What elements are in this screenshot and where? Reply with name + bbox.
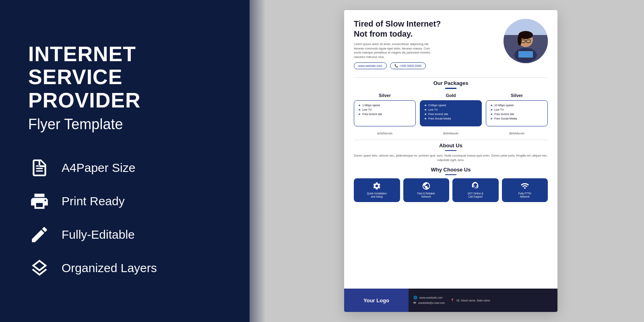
- main-title: INTERNET SERVICE PROVIDER: [28, 43, 221, 112]
- subtitle: Flyer Template: [28, 116, 221, 133]
- location-icon: 📍: [450, 299, 454, 302]
- phone-button: 📞 +000 0000 0000: [390, 62, 426, 69]
- feature-organized-layers-label: Organized Layers: [62, 261, 157, 275]
- footer-logo-text: Your Logo: [363, 297, 389, 303]
- feature-a4paper-label: A4Paper Size: [62, 161, 135, 175]
- left-panel: INTERNET SERVICE PROVIDER Flyer Template…: [0, 0, 250, 322]
- package-silver-2-name: Silver: [511, 93, 523, 98]
- flyer-body: Tired of Slow Internet?Not from today. L…: [344, 10, 557, 289]
- package-silver-2-features: ★10 Mbps speed ★Live TV ★Free torrent si…: [486, 100, 548, 126]
- phone-icon: 📞: [394, 64, 398, 68]
- flyer-headline: Tired of Slow Internet?Not from today. L…: [354, 19, 500, 73]
- website-icon: 🌐: [413, 296, 417, 299]
- why-title: Why Choose Us: [354, 167, 548, 173]
- why-grid: Quick Installationand Setup Fast & Relia…: [354, 178, 548, 202]
- feature-item: ★Free torrent site: [358, 113, 411, 116]
- feature-organized-layers: Organized Layers: [28, 257, 221, 279]
- why-item-installation: Quick Installationand Setup: [354, 178, 400, 202]
- feature-fully-editable-label: Fully-Editable: [62, 228, 135, 242]
- footer-website-text: www.urwebsite.com: [419, 296, 442, 299]
- why-ftth-label: Fully FTTHNetwork: [518, 192, 531, 199]
- flyer-avatar: [504, 19, 548, 63]
- email-icon: ✉: [413, 301, 416, 305]
- headset-icon: [471, 182, 480, 190]
- flyer-body-text: Lorem ipsum dolor sit amet, consectetuer…: [354, 42, 434, 59]
- feature-item: ★Live TV: [358, 108, 411, 111]
- svg-point-5: [518, 34, 522, 45]
- why-item-support: 24/7 Online &Call Support: [452, 178, 499, 202]
- footer-address-text: 00, Street name, State name.: [456, 299, 491, 302]
- packages-section: Our Packages Silver ★1 Mbps speed ★Live …: [354, 80, 548, 136]
- network-icon: [520, 182, 529, 190]
- why-support-label: 24/7 Online &Call Support: [468, 192, 483, 199]
- why-installation-label: Quick Installationand Setup: [367, 192, 387, 199]
- package-silver-1: Silver ★1 Mbps speed ★Live TV ★Free torr…: [354, 93, 416, 136]
- about-text: Donec quam felis, ultrices nec, pellente…: [354, 153, 548, 163]
- package-silver-2-price: $69/Month: [509, 130, 524, 136]
- about-section: About Us Donec quam felis, ultrices nec,…: [354, 142, 548, 163]
- packages-underline: [445, 88, 456, 89]
- feature-item: ★10 Mbps speed: [490, 104, 543, 107]
- why-underline: [445, 174, 456, 175]
- package-gold-price: $49/Month: [443, 130, 458, 136]
- feature-item: ★Live TV: [424, 108, 477, 111]
- footer-contact-col-2: 📍 00, Street name, State name.: [450, 299, 491, 302]
- phone-label: +000 0000 0000: [400, 64, 421, 68]
- website-button: www.website.com: [354, 62, 387, 69]
- right-panel: Tired of Slow Internet?Not from today. L…: [250, 0, 644, 322]
- flyer-footer: Your Logo 🌐 www.urwebsite.com ✉ urwebsit…: [344, 289, 557, 312]
- flyer-main-headline: Tired of Slow Internet?Not from today.: [354, 19, 500, 39]
- divider-1: [354, 77, 548, 78]
- why-item-network: Fast & ReliableNetwork: [403, 178, 450, 202]
- feature-a4paper: A4Paper Size: [28, 157, 221, 179]
- package-gold-name: Gold: [446, 93, 456, 98]
- flyer-header: Tired of Slow Internet?Not from today. L…: [354, 19, 548, 73]
- footer-email-text: urwebsite@e-mail.com: [418, 301, 445, 304]
- divider-2: [354, 140, 548, 140]
- feature-fully-editable: Fully-Editable: [28, 224, 221, 246]
- package-silver-2: Silver ★10 Mbps speed ★Live TV ★Free tor…: [486, 93, 548, 136]
- why-section: Why Choose Us Quick Installationand Setu…: [354, 167, 548, 202]
- svg-rect-7: [518, 51, 533, 58]
- about-underline: [445, 150, 456, 151]
- footer-logo: Your Logo: [344, 289, 409, 312]
- package-gold: Gold ★5 Mbps speed ★Live TV ★Free torren…: [420, 93, 482, 136]
- packages-grid: Silver ★1 Mbps speed ★Live TV ★Free torr…: [354, 93, 548, 136]
- package-silver-1-price: $39/Month: [377, 130, 392, 136]
- package-silver-1-name: Silver: [379, 93, 391, 98]
- package-silver-1-features: ★1 Mbps speed ★Live TV ★Free torrent sit…: [354, 100, 416, 126]
- why-network-label: Fast & ReliableNetwork: [417, 192, 435, 199]
- feature-item: ★1 Mbps speed: [358, 104, 411, 107]
- footer-website: 🌐 www.urwebsite.com: [413, 296, 445, 299]
- footer-contact-col-1: 🌐 www.urwebsite.com ✉ urwebsite@e-mail.c…: [413, 296, 445, 305]
- feature-item: ★Free Social Media: [424, 117, 477, 120]
- feature-item: ★5 Mbps speed: [424, 104, 477, 107]
- globe-icon: [422, 182, 431, 190]
- feature-print-ready-label: Print Ready: [62, 194, 125, 208]
- edit-icon: [28, 224, 50, 246]
- layers-icon: [28, 257, 50, 279]
- feature-print-ready: Print Ready: [28, 190, 221, 213]
- footer-address: 📍 00, Street name, State name.: [450, 299, 491, 302]
- footer-contact: 🌐 www.urwebsite.com ✉ urwebsite@e-mail.c…: [409, 289, 557, 312]
- gear-icon: [372, 182, 381, 190]
- package-gold-features: ★5 Mbps speed ★Live TV ★Free torrent sit…: [420, 100, 482, 126]
- packages-title: Our Packages: [354, 80, 548, 86]
- feature-item: ★Live TV: [490, 108, 543, 111]
- printer-icon: [28, 190, 50, 213]
- why-item-ftth: Fully FTTHNetwork: [502, 178, 548, 202]
- features-list: A4Paper Size Print Ready Fully-Editable: [28, 157, 221, 279]
- contact-buttons: www.website.com 📞 +000 0000 0000: [354, 62, 500, 69]
- feature-item: ★Free Social Media: [490, 117, 543, 120]
- website-label: www.website.com: [358, 64, 382, 68]
- flyer: Tired of Slow Internet?Not from today. L…: [344, 10, 557, 312]
- about-title: About Us: [354, 142, 548, 149]
- feature-item: ★Free torrent site: [424, 113, 477, 116]
- document-icon: [28, 157, 50, 179]
- footer-email: ✉ urwebsite@e-mail.com: [413, 301, 445, 305]
- feature-item: ★Free torrent site: [490, 113, 543, 116]
